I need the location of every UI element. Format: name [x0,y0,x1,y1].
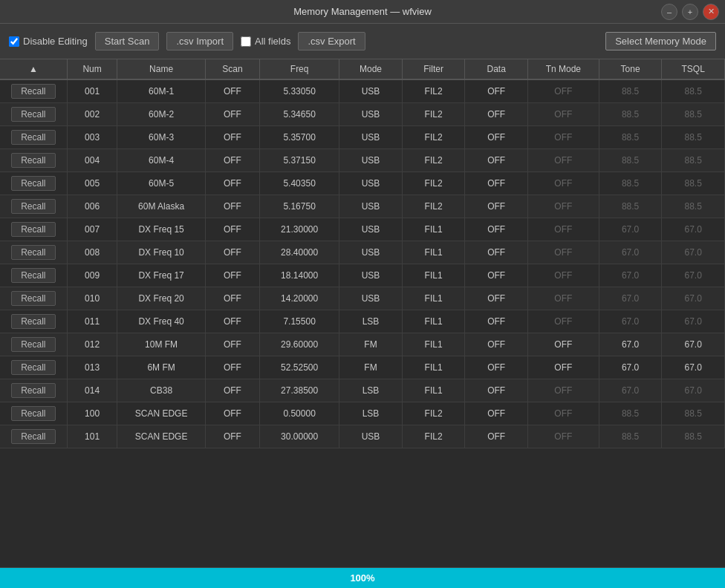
dim-value: OFF [554,408,572,419]
dim-value: 88.5 [685,431,702,442]
recall-button[interactable]: Recall [11,176,56,191]
recall-button[interactable]: Recall [11,360,56,375]
table-cell: USB [339,126,403,149]
recall-button[interactable]: Recall [11,268,56,283]
table-cell: 52.52500 [260,356,339,379]
table-cell: OFF [205,379,259,402]
table-cell: 5.37150 [260,149,339,172]
progress-bar: 100% [0,568,725,588]
minimize-button[interactable]: – [661,4,677,20]
recall-button[interactable]: Recall [11,314,56,329]
dim-value: 67.0 [622,224,639,235]
select-memory-mode-button[interactable]: Select Memory Mode [605,32,716,50]
recall-button[interactable]: Recall [11,84,56,99]
table-cell: OFF [527,264,599,287]
dim-value: 88.5 [685,408,702,419]
table-row: Recall0136M FMOFF52.52500FMFIL1OFFOFF67.… [0,356,725,379]
table-cell: LSB [339,310,403,333]
csv-import-button[interactable]: .csv Import [166,32,233,50]
table-cell: 012 [67,333,117,356]
table-cell: FIL1 [402,241,465,264]
table-cell: 88.5 [662,126,725,149]
table-cell: 67.0 [599,356,662,379]
dim-value: 88.5 [622,201,639,212]
col-header-filter: Filter [402,59,465,79]
table-cell: 14.20000 [260,287,339,310]
table-cell: 009 [67,264,117,287]
recall-button[interactable]: Recall [11,406,56,421]
table-row: Recall00260M-2OFF5.34650USBFIL2OFFOFF88.… [0,103,725,126]
maximize-button[interactable]: + [682,4,698,20]
col-header-freq: Freq [260,59,339,79]
col-header-num: Num [67,59,117,79]
col-header-tone: Tone [599,59,662,79]
table-cell: OFF [527,356,599,379]
table-cell: OFF [465,103,528,126]
table-cell: 001 [67,79,117,103]
table-cell: OFF [527,287,599,310]
table-cell: OFF [205,264,259,287]
table-cell: OFF [527,79,599,103]
all-fields-checkbox[interactable] [241,36,251,47]
table-cell: OFF [465,333,528,356]
table-cell: 67.0 [662,241,725,264]
table-row: Recall00360M-3OFF5.35700USBFIL2OFFOFF88.… [0,126,725,149]
table-cell: DX Freq 15 [117,218,205,241]
table-cell: 88.5 [599,195,662,218]
recall-button[interactable]: Recall [11,199,56,214]
csv-export-button[interactable]: .csv Export [298,32,365,50]
table-cell: LSB [339,379,403,402]
recall-cell: Recall [0,79,67,103]
table-cell: FIL1 [402,264,465,287]
table-row: Recall010DX Freq 20OFF14.20000USBFIL1OFF… [0,287,725,310]
recall-cell: Recall [0,310,67,333]
start-scan-button[interactable]: Start Scan [95,32,160,50]
recall-cell: Recall [0,333,67,356]
table-cell: FM [339,333,403,356]
table-cell: 006 [67,195,117,218]
recall-button[interactable]: Recall [11,245,56,260]
table-header-row: ▲ Num Name Scan Freq Mode Filter Data Tn… [0,59,725,79]
recall-button[interactable]: Recall [11,153,56,168]
table-cell: 5.40350 [260,172,339,195]
table-cell: 88.5 [599,149,662,172]
table-cell: SCAN EDGE [117,425,205,448]
table-cell: OFF [205,356,259,379]
recall-cell: Recall [0,356,67,379]
table-cell: 67.0 [599,287,662,310]
table-cell: 30.00000 [260,425,339,448]
disable-editing-checkbox-label[interactable]: Disable Editing [9,36,88,47]
table-cell: OFF [465,425,528,448]
table-cell: DX Freq 10 [117,241,205,264]
table-cell: 88.5 [662,172,725,195]
table-cell: OFF [465,264,528,287]
window-controls: – + ✕ [661,4,719,20]
close-button[interactable]: ✕ [703,4,719,20]
recall-button[interactable]: Recall [11,337,56,352]
table-cell: OFF [527,126,599,149]
progress-bar-container: 100% [0,567,725,588]
table-cell: OFF [465,402,528,425]
dim-value: 67.0 [622,293,639,304]
table-cell: 60M-1 [117,79,205,103]
disable-editing-checkbox[interactable] [9,36,19,47]
recall-button[interactable]: Recall [11,107,56,122]
table-cell: FIL2 [402,103,465,126]
table-cell: USB [339,103,403,126]
table-cell: FIL2 [402,149,465,172]
table-cell: OFF [527,195,599,218]
table-cell: FIL1 [402,333,465,356]
dim-value: OFF [554,155,572,166]
recall-cell: Recall [0,379,67,402]
dim-value: OFF [554,385,572,396]
recall-button[interactable]: Recall [11,222,56,237]
table-cell: OFF [205,402,259,425]
col-header-sort[interactable]: ▲ [0,59,67,79]
recall-button[interactable]: Recall [11,130,56,145]
table-cell: 67.0 [662,379,725,402]
recall-button[interactable]: Recall [11,383,56,398]
recall-button[interactable]: Recall [11,291,56,306]
dim-value: 88.5 [685,178,702,189]
all-fields-checkbox-label[interactable]: All fields [241,36,290,47]
recall-button[interactable]: Recall [11,429,56,444]
